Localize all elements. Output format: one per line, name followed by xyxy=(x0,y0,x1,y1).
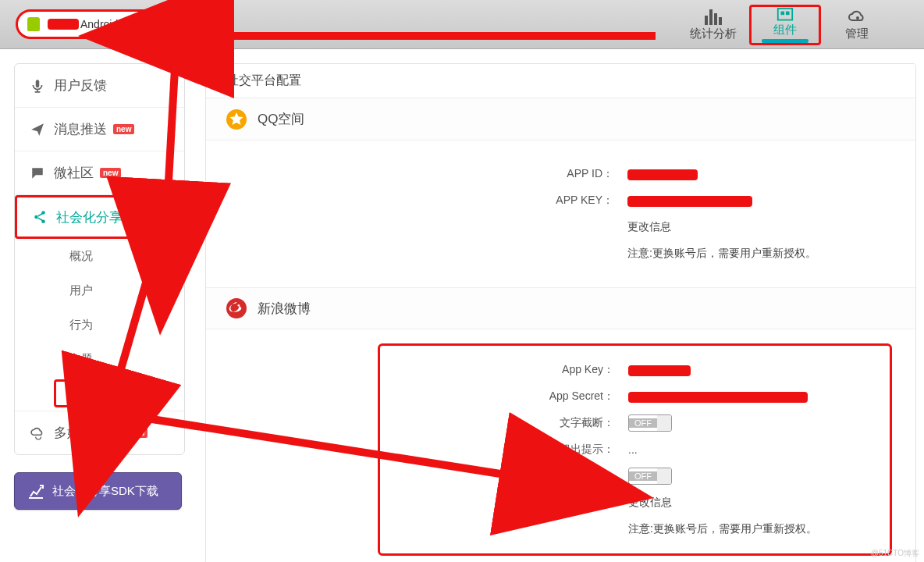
highlighted-weibo-config: App Key： App Secret： 文字截断：OFF 文字超出提示：...… xyxy=(378,343,892,556)
section-qzone-body: APP ID： APP KEY： 更改信息 注意:更换账号后，需要用户重新授权。 xyxy=(206,140,915,287)
nav-stats[interactable]: 统计分析 xyxy=(677,5,749,45)
chevron-down-icon[interactable] xyxy=(155,16,172,33)
nav-manage[interactable]: 管理 xyxy=(821,5,893,45)
new-badge: new xyxy=(100,168,121,178)
field-label-weibo-secret: App Secret： xyxy=(394,389,628,404)
field-label-overflow: 文字超出提示： xyxy=(394,443,628,457)
app-name-suffix: Android xyxy=(80,18,118,30)
redacted-weibo-secret xyxy=(628,392,808,403)
truncate-toggle[interactable]: OFF xyxy=(628,414,672,432)
svg-rect-6 xyxy=(786,12,790,16)
nav-stats-label: 统计分析 xyxy=(690,27,737,41)
section-title: 新浪微博 xyxy=(258,300,311,318)
new-badge: new xyxy=(126,428,147,438)
reauth-note: 注意:更换账号后，需要用户重新授权。 xyxy=(628,522,817,536)
nav-active-underline xyxy=(762,39,808,43)
section-qzone-head[interactable]: QQ空间 xyxy=(206,98,915,140)
nav-components-label: 组件 xyxy=(773,23,797,37)
sidebar-item-share[interactable]: 社会化分享 xyxy=(15,195,184,239)
change-info-link[interactable]: 更改信息 xyxy=(627,220,671,234)
sidebar-item-community[interactable]: 微社区 new xyxy=(15,151,184,195)
android-icon xyxy=(27,17,40,31)
watermark: @51CTO博客 xyxy=(871,548,919,559)
redacted-app-key xyxy=(627,196,752,207)
chat-icon xyxy=(30,166,44,180)
section-weibo-head[interactable]: 新浪微博 xyxy=(206,287,915,329)
sub-label: 主题 xyxy=(69,352,93,367)
sub-label: 用户 xyxy=(69,283,93,298)
qzone-star-icon xyxy=(226,109,247,130)
reauth-note: 注意:更换账号后，需要用户重新授权。 xyxy=(627,247,816,261)
sdk-download-button[interactable]: 社会化分享SDK下载 xyxy=(14,472,182,510)
sub-label: 行为 xyxy=(69,318,93,333)
cloud-sync-icon xyxy=(30,426,44,440)
svg-rect-4 xyxy=(778,9,792,20)
chart-up-icon xyxy=(27,482,44,500)
header-nav: 统计分析 组件 管理 xyxy=(677,0,893,48)
svg-rect-3 xyxy=(719,17,722,25)
sidebar-sub-users[interactable]: 用户 xyxy=(15,273,184,308)
panel-title: 社交平台配置 xyxy=(206,64,915,98)
top-bar: Android 统计分析 组件 管理 xyxy=(0,0,924,49)
sidebar-sub-settings[interactable]: 设置 xyxy=(54,379,116,407)
field-label-truncate: 文字截断： xyxy=(394,416,628,430)
svg-rect-5 xyxy=(780,12,784,16)
sidebar-label: 消息推送 xyxy=(54,120,107,138)
sidebar-label: 多媒体服务 xyxy=(54,424,120,442)
nav-components[interactable]: 组件 xyxy=(749,5,821,45)
sidebar-item-feedback[interactable]: 用户反馈 xyxy=(15,64,184,108)
svg-rect-1 xyxy=(709,9,713,25)
components-icon xyxy=(776,7,794,21)
redacted-weibo-appkey xyxy=(628,365,691,376)
weibo-icon xyxy=(226,298,247,318)
overflow-value: ... xyxy=(628,443,638,456)
field-label-longweibo: 生成长微博： xyxy=(394,469,628,483)
share-icon xyxy=(33,210,47,224)
svg-point-9 xyxy=(34,215,38,219)
redacted-app-name xyxy=(48,19,79,30)
sidebar-item-push[interactable]: 消息推送 new xyxy=(15,108,184,151)
sidebar-card: 用户反馈 消息推送 new 微社区 new 社会化分享 概况 用户 行为 主题 … xyxy=(14,63,185,455)
sub-label: 设置 xyxy=(70,386,94,401)
sidebar-item-multimedia[interactable]: 多媒体服务 new xyxy=(15,411,184,454)
change-info-link[interactable]: 更改信息 xyxy=(628,496,672,510)
section-weibo-body: App Key： App Secret： 文字截断：OFF 文字超出提示：...… xyxy=(206,329,915,562)
field-label-app-key: APP KEY： xyxy=(229,194,627,208)
svg-point-7 xyxy=(856,16,859,20)
field-label-weibo-appkey: App Key： xyxy=(394,363,628,377)
field-label-app-id: APP ID： xyxy=(229,167,627,181)
mic-icon xyxy=(30,79,44,93)
sidebar-label: 社会化分享 xyxy=(56,208,123,226)
redacted-app-id xyxy=(627,169,698,180)
app-switcher[interactable]: Android xyxy=(16,9,183,39)
svg-rect-8 xyxy=(36,80,40,87)
cloud-gear-icon xyxy=(848,9,866,25)
svg-rect-0 xyxy=(705,16,708,25)
paper-plane-icon xyxy=(30,123,44,137)
sidebar: 用户反馈 消息推送 new 微社区 new 社会化分享 概况 用户 行为 主题 … xyxy=(0,49,199,562)
sidebar-label: 微社区 xyxy=(54,164,94,182)
sub-label: 概况 xyxy=(69,249,93,264)
section-title: QQ空间 xyxy=(258,110,304,128)
sidebar-sub-topics[interactable]: 主题 xyxy=(15,342,184,376)
nav-manage-label: 管理 xyxy=(845,27,869,41)
sidebar-label: 用户反馈 xyxy=(54,76,107,94)
sidebar-sub-behavior[interactable]: 行为 xyxy=(15,308,184,342)
main-panel: 社交平台配置 QQ空间 APP ID： APP KEY： 更改信息 注意:更换账… xyxy=(199,49,924,562)
new-badge: new xyxy=(113,124,134,134)
sidebar-sub-overview[interactable]: 概况 xyxy=(15,239,184,273)
bar-chart-icon xyxy=(704,9,723,25)
sdk-button-label: 社会化分享SDK下载 xyxy=(52,484,158,499)
longweibo-toggle[interactable]: OFF xyxy=(628,468,672,485)
svg-rect-2 xyxy=(714,13,717,25)
